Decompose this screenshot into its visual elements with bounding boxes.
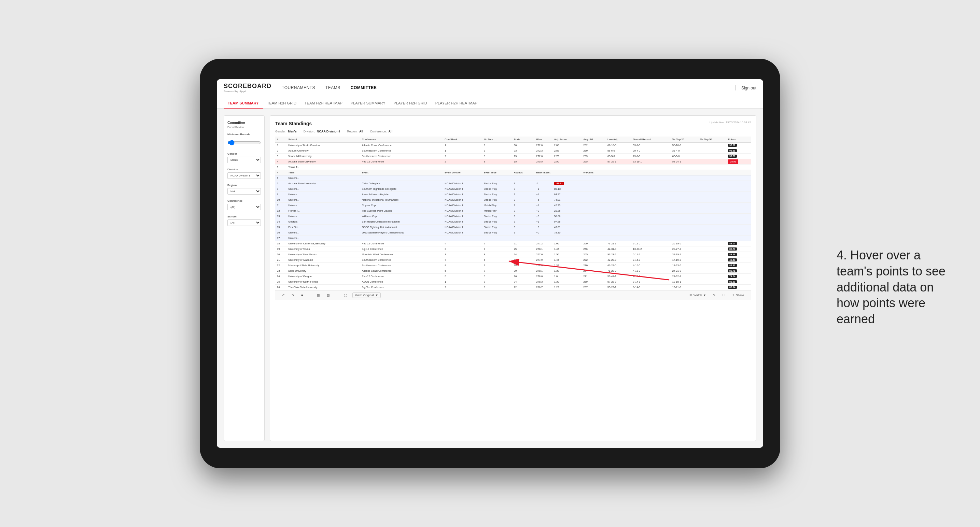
conference-select[interactable]: (All) bbox=[228, 204, 261, 210]
redo-button[interactable]: ↷ bbox=[290, 292, 296, 298]
tab-team-summary[interactable]: TEAM SUMMARY bbox=[224, 98, 263, 108]
comment-button[interactable]: ✎ bbox=[711, 292, 718, 298]
sign-out-button[interactable]: Sign out bbox=[741, 86, 756, 90]
cell-conf-rank: 5 bbox=[443, 268, 482, 274]
stop-button[interactable]: ■ bbox=[299, 292, 305, 298]
sidebar-min-rounds-label: Minimum Rounds bbox=[228, 133, 261, 136]
share-label: Share bbox=[736, 294, 744, 297]
min-rounds-input[interactable] bbox=[228, 138, 261, 147]
tab-player-h2h-grid[interactable]: PLAYER H2H GRID bbox=[390, 98, 431, 108]
cell-team: Univers... bbox=[286, 175, 360, 181]
cell-div: NCAA Division I bbox=[443, 186, 482, 192]
watch-label: Watch bbox=[694, 294, 702, 297]
undo-button[interactable]: ↶ bbox=[280, 292, 286, 298]
cell-points[interactable]: 83.89 bbox=[726, 279, 751, 285]
cell-points[interactable]: 93.31 bbox=[726, 148, 751, 154]
cell-rounds: 3 bbox=[512, 197, 535, 203]
cell-avg-score: 2.82 bbox=[552, 148, 582, 154]
cell-rounds: 3 bbox=[512, 192, 535, 197]
cell-points[interactable]: 88.49 bbox=[726, 252, 751, 257]
tab-player-h2h-heatmap[interactable]: PLAYER H2H HEATMAP bbox=[431, 98, 482, 108]
cell-vstop25: 17-19-0 bbox=[671, 257, 698, 263]
school-select[interactable]: (All) bbox=[228, 219, 261, 226]
cell-rank: 5 bbox=[275, 165, 286, 170]
tab-player-summary[interactable]: PLAYER SUMMARY bbox=[347, 98, 390, 108]
cell-points[interactable]: 90.20 bbox=[726, 154, 751, 159]
cell-school: University of North Florida bbox=[286, 279, 360, 285]
cell-avg-score: 1.38 bbox=[552, 268, 582, 274]
cell-rank-impact: +1 bbox=[535, 192, 552, 197]
cell-points[interactable]: 80.94 bbox=[726, 285, 751, 290]
col-conf-rank: Conf Rank bbox=[443, 137, 482, 143]
timer-button[interactable]: ◯ bbox=[342, 292, 349, 298]
share-button[interactable]: ⇧ Share bbox=[730, 292, 746, 298]
bottom-toolbar: ↶ ↷ ■ ▦ ▧ ◯ View: Original ▼ 👁 bbox=[275, 290, 751, 300]
sub-col-rounds: Rounds bbox=[512, 170, 535, 175]
division-select[interactable]: NCAA Division I bbox=[228, 172, 261, 179]
cell-team: Univers... bbox=[286, 235, 360, 241]
tablet-frame: SCOREBOARD Powered by clippd TOURNAMENTS… bbox=[200, 59, 780, 468]
nav-tournaments[interactable]: TOURNAMENTS bbox=[282, 85, 315, 90]
cell-wins: 280.7 bbox=[535, 285, 552, 290]
cell-w-points: 21.26 bbox=[552, 208, 751, 214]
cell-adj-score: 267 bbox=[582, 285, 606, 290]
view-selector[interactable]: View: Original ▼ bbox=[352, 292, 380, 298]
cell-points[interactable]: 83.81 bbox=[726, 263, 751, 268]
cell-points[interactable]: 78.50 bbox=[726, 159, 751, 165]
cell-bnds: 21 bbox=[512, 241, 535, 246]
table-row: 6 Univers... bbox=[275, 175, 751, 181]
tab-team-h2h-heatmap[interactable]: TEAM H2H HEATMAP bbox=[301, 98, 347, 108]
fullscreen-button[interactable]: ❐ bbox=[721, 292, 727, 298]
cell-team: Florida I... bbox=[286, 208, 360, 214]
cell-w-points: 97.86 bbox=[552, 219, 751, 225]
region-select[interactable]: N/A bbox=[228, 188, 261, 195]
cell-type: Stroke Play bbox=[482, 197, 512, 203]
update-time: Update time: 13/03/2024 10:03:42 bbox=[710, 121, 751, 124]
cell-bnds: 20 bbox=[512, 268, 535, 274]
paste-button[interactable]: ▧ bbox=[325, 292, 332, 298]
cell-tours: 7 bbox=[482, 268, 512, 274]
cell-rounds: 2 bbox=[512, 203, 535, 208]
cell-type: Stroke Play bbox=[482, 214, 512, 219]
cell-points[interactable]: 88.70 bbox=[726, 246, 751, 252]
cell-wins: 278.6 bbox=[535, 263, 552, 268]
cell-conf: Pac-12 Conference bbox=[360, 274, 443, 279]
nav-teams[interactable]: TEAMS bbox=[325, 85, 340, 90]
sign-out-sep: | bbox=[735, 85, 736, 90]
cell-rank: 4 bbox=[275, 159, 286, 165]
view-selector-label: View: Original bbox=[355, 294, 374, 297]
cell-rank: 7 bbox=[275, 181, 286, 186]
gender-select[interactable]: Men's bbox=[228, 157, 261, 163]
cell-adj-score: 266 bbox=[582, 246, 606, 252]
cell-points[interactable]: 83.07 bbox=[726, 241, 751, 246]
watch-button[interactable]: 👁 Watch ▼ bbox=[688, 292, 708, 298]
copy-button[interactable]: ▦ bbox=[315, 292, 322, 298]
cell-team: Univers... bbox=[286, 230, 360, 235]
cell-overall: 4-16-0 bbox=[632, 263, 671, 268]
col-vstop50: Vs Top 50 bbox=[698, 137, 726, 143]
cell-points[interactable]: 74.54 bbox=[726, 274, 751, 279]
table-row: 24 University of Oregon Pac-12 Conferenc… bbox=[275, 274, 751, 279]
toolbar-right: 👁 Watch ▼ ✎ ❐ ⇧ Share bbox=[688, 292, 746, 298]
cell-div: NCAA Division I bbox=[443, 230, 482, 235]
cell-type: Stroke Play bbox=[482, 181, 512, 186]
cell-avg-score: 1.45 bbox=[552, 257, 582, 263]
sub-col-event: Event bbox=[360, 170, 443, 175]
nav-committee[interactable]: COMMITTEE bbox=[351, 85, 377, 90]
cell-wins: 278.3 bbox=[535, 279, 552, 285]
col-rank: # bbox=[275, 137, 286, 143]
cell-event: Cabo Collegiate bbox=[360, 181, 443, 186]
sidebar-subtitle: Portal Review bbox=[228, 125, 261, 129]
cell-points[interactable]: 97.02 bbox=[726, 143, 751, 148]
toolbar-separator bbox=[310, 293, 310, 298]
cell-points[interactable]: 88.71 bbox=[726, 268, 751, 274]
sidebar-conference: Conference (All) bbox=[228, 199, 261, 210]
cell-points[interactable]: 48.48 bbox=[726, 257, 751, 263]
cell-tours: 8 bbox=[482, 285, 512, 290]
cell-bnds: 30 bbox=[512, 143, 535, 148]
filter-division-value: NCAA Division I bbox=[317, 130, 340, 133]
cell-rank: 15 bbox=[275, 225, 286, 230]
tab-team-h2h-grid[interactable]: TEAM H2H GRID bbox=[263, 98, 301, 108]
cell-tours: 6 bbox=[482, 257, 512, 263]
cell-adj-score: 271 bbox=[582, 274, 606, 279]
